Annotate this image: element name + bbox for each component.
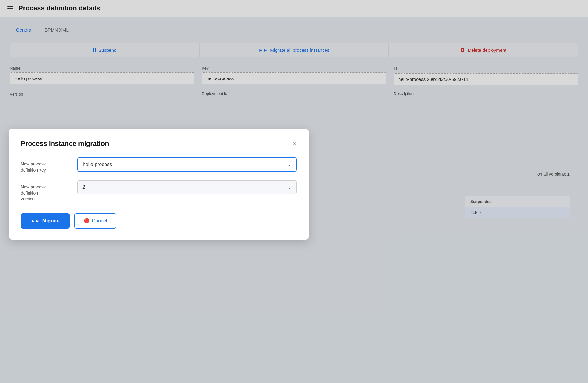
migrate-arrows-icon: ►►: [31, 218, 40, 223]
modal-header: Process instance migration ×: [21, 140, 297, 148]
modal-field2-label: New processdefinitionversion ·: [21, 180, 70, 202]
cancel-circle-icon: ⛔: [84, 218, 90, 224]
cancel-button-label: Cancel: [92, 218, 107, 224]
migrate-button-label: Migrate: [42, 218, 60, 224]
modal-close-button[interactable]: ×: [293, 140, 297, 147]
modal-field2-row: New processdefinitionversion · 2 ⌄: [21, 180, 297, 202]
cancel-button[interactable]: ⛔ Cancel: [74, 213, 116, 229]
chevron-down-icon-2: ⌄: [288, 185, 292, 190]
migrate-button[interactable]: ►► Migrate: [21, 213, 70, 229]
modal-field1-input[interactable]: hello-process ⌄: [77, 157, 297, 172]
modal-overlay: Process instance migration × New process…: [0, 0, 588, 383]
modal-field1-label: New processdefinition key: [21, 157, 70, 173]
modal-actions: ►► Migrate ⛔ Cancel: [21, 213, 297, 229]
modal-title: Process instance migration: [21, 140, 109, 148]
modal-dialog: Process instance migration × New process…: [9, 129, 309, 240]
modal-field2-select[interactable]: 2 ⌄: [77, 180, 297, 194]
chevron-down-icon: ⌄: [288, 162, 291, 167]
modal-field1-row: New processdefinition key hello-process …: [21, 157, 297, 173]
